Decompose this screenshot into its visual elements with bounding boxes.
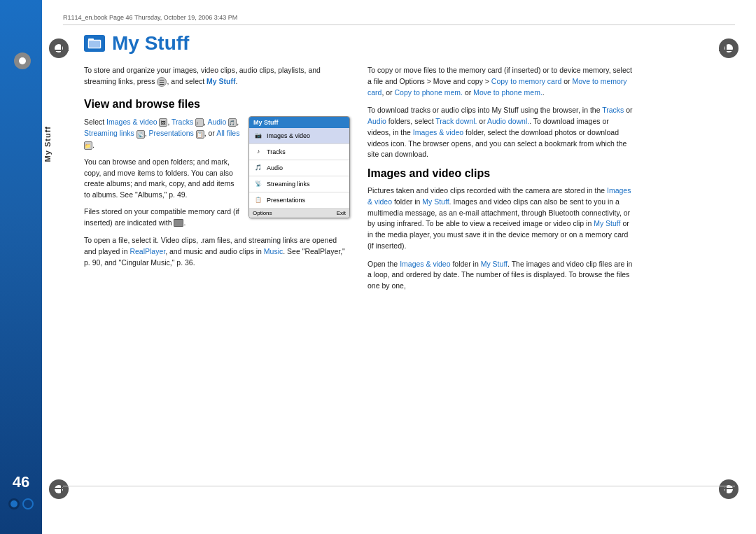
phone-item-label-presentations: Presentations xyxy=(267,197,305,204)
phone-menu-presentations: 📋 Presentations xyxy=(249,192,349,209)
intro-paragraph: To store and organize your images, video… xyxy=(84,65,350,87)
page-title: My Stuff xyxy=(84,32,735,55)
copy-memory-card-link: Copy to memory card xyxy=(491,77,561,85)
images-video-paragraph2: Open the Images & video folder in My Stu… xyxy=(368,259,634,292)
audio-link: Audio xyxy=(207,118,226,126)
my-stuff-link3: My Stuff xyxy=(594,219,620,227)
audio-downl-link: Audio downl. xyxy=(487,117,529,125)
music-link: Music xyxy=(264,247,283,255)
left-column: To store and organize your images, video… xyxy=(84,65,350,299)
phone-item-label-streaming: Streaming links xyxy=(267,181,310,188)
all-files-icon-inline: 📁 xyxy=(84,141,92,150)
track-downl-link: Track downl. xyxy=(435,117,477,125)
streaming-icon: 📡 xyxy=(253,179,263,189)
phone-screenshot: My Stuff 📷 Images & video ♪ Tracks 🎵 xyxy=(248,116,350,218)
audio-icon: 🎵 xyxy=(253,163,263,173)
phone-item-label-audio: Audio xyxy=(267,164,283,171)
images-video-link3: Images & video xyxy=(368,186,631,206)
presentations-icon-inline: 📋 xyxy=(196,130,204,139)
streaming-links-link: Streaming links xyxy=(84,129,134,137)
presentations-link: Presentations xyxy=(149,129,194,137)
phone-item-label-tracks: Tracks xyxy=(267,148,286,155)
download-tracks-paragraph: To download tracks or audio clips into M… xyxy=(368,105,634,160)
two-column-layout: To store and organize your images, video… xyxy=(84,65,735,299)
presentations-icon: 📋 xyxy=(253,195,263,205)
tracks-link2: Tracks xyxy=(602,106,624,114)
menu-key-icon: ☰ xyxy=(157,77,167,87)
reg-mark-left-top xyxy=(14,52,31,69)
bottom-divider xyxy=(63,486,735,486)
audio-link2: Audio xyxy=(368,117,386,125)
tracks-link: Tracks xyxy=(172,118,193,126)
phone-menu-streaming: 📡 Streaming links xyxy=(249,176,349,192)
images-video-link: Images & video xyxy=(106,118,157,126)
open-file-paragraph: To open a file, select it. Video clips, … xyxy=(84,235,350,268)
svg-rect-2 xyxy=(89,41,100,48)
phone-screen-header: My Stuff xyxy=(249,117,349,128)
page: 46 My Stuff R1114_en.book Page 46 Thursd… xyxy=(0,0,756,534)
memory-card-icon-inline xyxy=(174,219,183,227)
section-heading-images-video: Images and video clips xyxy=(368,167,634,180)
file-info: R1114_en.book Page 46 Thursday, October … xyxy=(63,14,237,21)
audio-icon-inline: 🎵 xyxy=(228,118,237,127)
images-icon: 📷 xyxy=(253,131,263,141)
browse-section: My Stuff 📷 Images & video ♪ Tracks 🎵 xyxy=(84,116,350,151)
images-video-paragraph1: Pictures taken and video clips recorded … xyxy=(368,185,634,252)
tracks-icon: ♪ xyxy=(253,147,263,157)
images-video-link4: Images & video xyxy=(400,260,450,268)
phone-menu-tracks: ♪ Tracks xyxy=(249,144,349,160)
phone-menu-images: 📷 Images & video xyxy=(249,128,349,144)
tracks-icon-inline: ♪ xyxy=(195,118,204,127)
phone-exit-btn: Exit xyxy=(337,210,346,216)
copy-move-paragraph: To copy or move files to the memory card… xyxy=(368,65,634,98)
images-icon-inline: 🖼 xyxy=(159,118,167,127)
header-bar: R1114_en.book Page 46 Thursday, October … xyxy=(63,14,735,25)
realplayer-link: RealPlayer xyxy=(130,247,165,255)
all-files-link: All files xyxy=(216,129,239,137)
phone-header-label: My Stuff xyxy=(253,119,279,126)
copy-phone-link: Copy to phone mem. xyxy=(395,88,463,97)
section-heading-view-browse: View and browse files xyxy=(84,98,350,111)
phone-menu-audio: 🎵 Audio xyxy=(249,160,349,176)
left-sidebar: 46 xyxy=(0,0,42,534)
streaming-icon-inline: 📡 xyxy=(136,130,145,139)
svg-rect-1 xyxy=(88,38,94,41)
my-stuff-link2: My Stuff xyxy=(422,197,449,206)
phone-footer: Options Exit xyxy=(249,209,349,218)
main-content: R1114_en.book Page 46 Thursday, October … xyxy=(42,0,756,534)
phone-options-btn: Options xyxy=(253,210,272,216)
right-column: To copy or move files to the memory card… xyxy=(368,65,634,299)
page-number: 46 xyxy=(13,473,29,491)
phone-item-label: Images & video xyxy=(267,132,310,139)
images-video-link2: Images & video xyxy=(413,128,463,136)
my-stuff-icon xyxy=(84,35,105,52)
my-stuff-link-intro: My Stuff xyxy=(206,77,235,85)
move-phone-link: Move to phone mem. xyxy=(473,88,542,97)
my-stuff-link4: My Stuff xyxy=(481,260,507,268)
